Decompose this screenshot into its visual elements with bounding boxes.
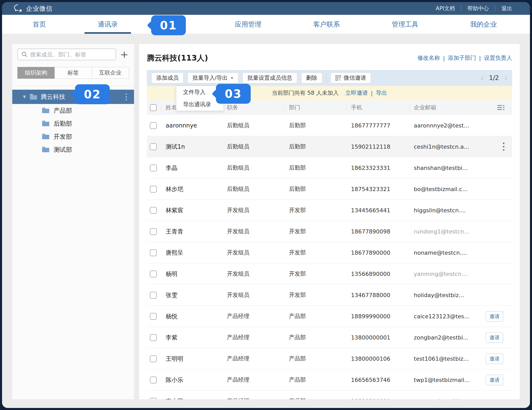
toolbar-button-label: 添加成员	[156, 74, 179, 82]
topbar-link-2[interactable]: 帮助中心	[461, 5, 495, 12]
tree-item-后勤部[interactable]: 后勤部	[12, 117, 134, 130]
table-row: 唐熙呈开发组员开发部18677890000noname@testcn....	[147, 242, 512, 263]
cell-email: twp1@testbizmail...	[409, 377, 486, 383]
annotation-step-1: 01	[151, 15, 186, 35]
invite-button[interactable]: 邀请	[486, 311, 503, 322]
app-window: 企业微信 API文档帮助中心退出 首页通讯录协作应用管理客户联系管理工具我的企业…	[2, 2, 530, 408]
cell-name: 陈小乐	[161, 376, 222, 384]
row-checkbox[interactable]	[150, 313, 157, 320]
tab-我的企业[interactable]: 我的企业	[470, 15, 497, 34]
column-header-职务: 职务	[222, 104, 284, 111]
sidebar-tab-标签[interactable]: 标签	[55, 67, 92, 79]
row-checkbox[interactable]	[150, 377, 157, 383]
cell-email: holiday@testbiz...	[409, 292, 486, 298]
dept-action-1[interactable]: 修改名称	[417, 54, 440, 62]
row-checkbox[interactable]	[150, 292, 157, 299]
dept-action-3[interactable]: 设置负责人	[484, 54, 512, 62]
row-checkbox[interactable]	[150, 334, 157, 341]
add-department-button[interactable]: +	[120, 50, 129, 59]
topbar-link-3[interactable]: 退出	[495, 5, 518, 12]
cell-action	[486, 141, 512, 152]
cell-department: 后勤部	[284, 164, 346, 172]
cell-phone: 13445665441	[346, 207, 409, 214]
tab-通讯录[interactable]: 通讯录	[98, 15, 118, 34]
row-more-icon[interactable]	[501, 141, 506, 152]
page-next-icon[interactable]: ›	[504, 74, 507, 82]
sidebar: + 组织架构标签互联企业 ▼ 腾云科技 产品部后勤部开发部测试部	[12, 44, 134, 399]
cell-department: 产品部	[284, 397, 346, 399]
sidebar-tab-组织架构[interactable]: 组织架构	[17, 67, 55, 79]
tree-item-label: 产品部	[54, 107, 72, 115]
search-input[interactable]	[30, 51, 112, 58]
cell-email: caice123123@tes...	[409, 313, 486, 320]
notice-text: 当前部门尚有 58 人未加入	[272, 89, 339, 97]
toolbar-button-5[interactable]: 微信邀请	[331, 73, 371, 83]
tab-应用管理[interactable]: 应用管理	[235, 15, 261, 34]
cell-phone: 15902112118	[346, 144, 409, 150]
page-prev-icon[interactable]: ‹	[480, 74, 484, 82]
cell-title: 产品经理	[222, 312, 284, 320]
cell-phone: 18754323321	[346, 186, 409, 192]
invite-button[interactable]: 邀请	[486, 354, 503, 364]
dept-action-2[interactable]: 添加子部门	[448, 54, 476, 62]
row-checkbox[interactable]	[150, 207, 157, 214]
row-checkbox[interactable]	[150, 122, 157, 129]
sidebar-tab-互联企业[interactable]: 互联企业	[92, 67, 129, 79]
tab-首页[interactable]: 首页	[33, 15, 46, 34]
cell-phone: 18677890000	[346, 250, 409, 256]
cell-name: 张雯	[161, 291, 222, 299]
folder-icon	[42, 120, 50, 127]
toolbar-button-label: 批量导入/导出	[192, 74, 228, 82]
sidebar-divider	[12, 86, 134, 86]
select-all-checkbox[interactable]	[150, 104, 157, 111]
column-settings-icon[interactable]	[497, 105, 505, 110]
sidebar-tabs: 组织架构标签互联企业	[17, 67, 129, 79]
row-checkbox-cell	[147, 122, 161, 129]
cell-department: 开发部	[284, 228, 346, 235]
tree-item-测试部[interactable]: 测试部	[12, 143, 134, 156]
cell-name: 林步垲	[161, 185, 222, 193]
invite-button[interactable]: 邀请	[486, 375, 503, 385]
row-checkbox[interactable]	[150, 186, 157, 193]
toolbar: 添加成员批量导入/导出▼批量设置成员信息删除微信邀请‹1/2›	[147, 70, 512, 86]
cell-name: 王青青	[161, 228, 222, 236]
folder-icon	[42, 146, 50, 153]
tree-item-产品部[interactable]: 产品部	[12, 104, 134, 117]
row-checkbox[interactable]	[150, 249, 157, 256]
row-checkbox-cell	[147, 313, 161, 320]
row-checkbox[interactable]	[150, 271, 157, 277]
row-checkbox[interactable]	[150, 165, 157, 171]
row-checkbox[interactable]	[150, 355, 157, 362]
row-checkbox[interactable]	[150, 398, 157, 400]
caret-down-icon[interactable]: ▼	[23, 95, 26, 99]
banner-link-2[interactable]: 导出	[376, 89, 387, 97]
tree-more-icon[interactable]	[124, 92, 128, 102]
department-actions: 修改名称|添加子部门|设置负责人	[417, 54, 512, 62]
header-icon-cell	[486, 105, 512, 110]
cell-name: 杨悦	[161, 312, 222, 320]
row-checkbox[interactable]	[150, 228, 157, 235]
toolbar-button-1[interactable]: 添加成员	[151, 73, 184, 83]
cell-department: 产品部	[284, 334, 346, 341]
row-checkbox[interactable]	[150, 143, 157, 150]
cell-email: test1061@testbiz...	[409, 356, 486, 362]
cell-title: 开发组员	[222, 291, 284, 299]
cell-action: 邀请	[486, 332, 512, 343]
toolbar-button-4[interactable]: 删除	[301, 73, 322, 83]
cell-department: 后勤部	[284, 122, 346, 129]
row-checkbox-cell	[147, 207, 161, 214]
cell-action: 邀请	[486, 375, 512, 385]
cell-name: 林紫宸	[161, 206, 222, 214]
banner-link-1[interactable]: 立即邀请	[345, 89, 368, 97]
tree-item-开发部[interactable]: 开发部	[12, 130, 134, 143]
cell-phone: 13566890000	[346, 271, 409, 277]
cell-title: 开发组员	[222, 228, 284, 235]
tab-管理工具[interactable]: 管理工具	[392, 15, 418, 34]
topbar-link-1[interactable]: API文档	[430, 5, 461, 12]
invite-button[interactable]: 邀请	[486, 332, 503, 343]
toolbar-button-2[interactable]: 批量导入/导出▼	[188, 73, 238, 83]
cell-department: 后勤部	[284, 143, 346, 150]
tab-客户联系[interactable]: 客户联系	[313, 15, 340, 34]
toolbar-button-3[interactable]: 批量设置成员信息	[243, 73, 297, 83]
cell-phone: 13800000001	[346, 334, 409, 341]
